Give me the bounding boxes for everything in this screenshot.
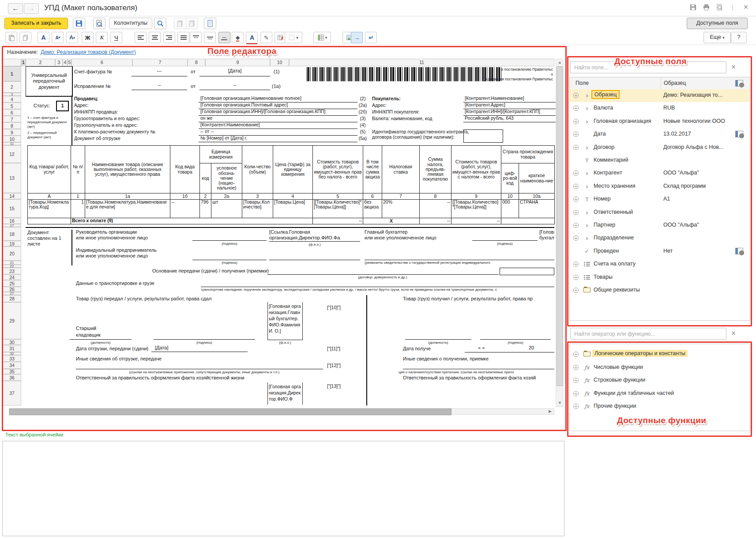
field-row[interactable]: +Счета на оплату [569,258,749,271]
font-button[interactable]: А [38,32,49,43]
print-preview-button[interactable] [93,18,105,29]
row-header[interactable]: 21 [3,261,21,265]
field-row[interactable]: +Дата13.02.2017 [569,128,749,141]
field-row[interactable]: +›ПартнерООО "Альфа" [569,219,749,232]
invoice-label[interactable]: Счет-фактура № [74,69,112,75]
field-row[interactable]: +›ДоговорДоговор Альфа с Нов... [569,141,749,154]
field-row[interactable]: +›ОбразецДемо: Реализация то... [569,89,749,102]
field-row[interactable]: +TНомерА1 [569,193,749,206]
plus-icon[interactable]: + [573,404,579,409]
align-justify-icon[interactable] [177,32,189,43]
buyer-value-cell[interactable]: [Контрагент.Наименование] [463,95,556,102]
plus-icon[interactable]: + [573,378,579,383]
cells-dropdown[interactable]: ▾ [313,32,331,43]
row-header[interactable]: 10 [3,136,21,142]
font-size-decrease-icon[interactable]: А▾ [52,32,64,43]
row-header[interactable]: 22 [3,265,21,268]
seller-value-cell[interactable]: № [Номер] от [Дата] г. [199,135,357,142]
row-header[interactable]: 13 [3,163,21,193]
basis-label[interactable]: Основание передачи (сдачи) / получения (… [152,268,269,274]
align-left-icon[interactable] [135,32,147,43]
seller-value-cell[interactable]: он же [199,115,357,122]
row-header[interactable]: 23 [3,268,21,274]
scroll-up-icon[interactable]: ▲ [558,61,562,64]
valign-top-icon[interactable] [190,32,202,43]
help-button[interactable]: ? [731,32,747,43]
plus-icon[interactable]: + [573,145,579,150]
function-row[interactable]: +Логические операторы и константы [569,348,749,361]
row-header[interactable]: 2 [3,81,21,93]
italic-button[interactable]: К [96,32,108,43]
field-row[interactable]: +›КонтрагентООО "Альфа" [569,167,749,180]
director-fio-cell[interactable]: [Головная организация.Директор.ФИО.Ф [267,383,303,405]
forward-button[interactable]: → [24,3,39,14]
row-header[interactable]: 36 [3,374,21,381]
seller-value-cell[interactable]: [Контрагент.Наименование] [199,122,357,129]
row-header[interactable]: 15 [3,199,21,218]
function-search-input[interactable] [570,328,726,340]
plus-icon[interactable]: + [573,223,579,228]
row-header[interactable]: 30 [3,339,21,345]
scroll-down-icon[interactable]: ▼ [558,401,562,405]
row-header[interactable]: 18 [3,227,21,241]
copy-move-right-icon[interactable] [186,18,198,29]
valign-middle-icon[interactable] [204,32,216,43]
column-header[interactable]: 3 [55,59,63,66]
correction-number-cell[interactable]: -- [132,82,187,90]
head-fio-cell[interactable]: [Ссылка.Головная организация.Директор.ФИ… [269,229,360,242]
row-header[interactable]: 5 [3,102,21,109]
find-button[interactable] [154,18,166,29]
copy-icon[interactable] [19,32,31,43]
copy-move-left-icon[interactable] [174,18,186,29]
correction-date-cell[interactable]: -- [199,82,270,90]
valign-bottom-icon[interactable] [218,32,230,43]
plus-icon[interactable]: + [573,235,579,241]
border-pencil-icon[interactable]: ✎ [260,32,272,43]
invoice-date-cell[interactable]: [Дата] [199,68,270,76]
row-header[interactable]: 7 [3,116,21,122]
function-row[interactable]: +ƒxСтроковые функции [569,374,749,387]
row-header[interactable]: 35 [3,369,21,374]
row-header[interactable]: 14 [3,193,21,199]
paste-icon[interactable] [5,32,17,43]
vertical-scroll-thumb[interactable] [557,66,563,386]
plus-icon[interactable]: + [573,210,579,215]
row-header[interactable]: 9 [3,129,21,136]
underline-button[interactable]: Ч [110,32,122,43]
row-header[interactable]: 3 [3,93,21,96]
menu-kebab-icon[interactable]: ⋮ [729,3,737,11]
row-header[interactable]: 20 [3,246,21,261]
font-size-increase-icon[interactable]: А▴ [66,32,78,43]
field-row[interactable]: TКомментарий [569,154,749,167]
plus-icon[interactable]: + [573,184,579,189]
headers-footers-button[interactable]: Колонтитулы [109,18,152,29]
back-button[interactable]: ← [8,3,23,14]
function-row[interactable]: +ƒxФункции для табличных частей [569,387,749,400]
doc-title-cell[interactable]: Универсальный передаточный документ [26,66,73,97]
bold-button[interactable]: Ж [82,32,94,43]
field-search-input[interactable] [570,61,726,73]
ship-date-cell[interactable]: [Дата] [151,345,248,352]
seller-value-cell[interactable]: -- от -- [199,129,357,136]
more-button[interactable]: Еще ▾ [703,32,731,43]
save-and-close-button[interactable]: Записать и закрыть [4,18,68,29]
status-value-cell[interactable]: 1 [56,101,69,111]
chief-fio-cell[interactable]: [Головная орган бухгалтер.ФИО. [539,229,554,241]
row-header[interactable]: 37 [3,381,21,405]
close-icon[interactable]: ✕ [742,3,750,11]
row-header[interactable]: 29 [3,302,21,339]
column-header[interactable]: 2 [26,59,55,66]
row-header[interactable]: 4 [3,96,21,102]
scroll-right-icon[interactable]: ▶ [549,409,552,413]
marker-12[interactable]: ["[12]"] [327,363,341,368]
buyer-value-cell[interactable]: [Контрагент.Адрес] [463,102,556,109]
text-orientation-icon[interactable]: → [351,32,363,43]
plus-icon[interactable]: + [573,365,579,370]
align-center-icon[interactable] [149,32,161,43]
row-header[interactable]: 26 [3,287,21,292]
row-header[interactable]: 32 [3,352,21,355]
column-header[interactable]: 4 [63,59,68,66]
field-row[interactable]: +›Головная организацияНовые технологии О… [569,115,749,128]
marker-13[interactable]: ["[13]"] [327,383,341,389]
available-fields-toggle[interactable]: Доступные поля [687,18,748,29]
